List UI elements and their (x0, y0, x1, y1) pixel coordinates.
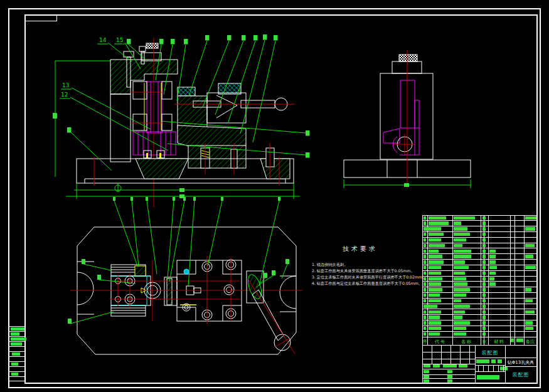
bom-cell-qty-block (482, 315, 486, 319)
bom-cell-note-block (525, 299, 533, 302)
bom-cell-qty-block (482, 321, 486, 324)
bom-cell-seq-block (424, 321, 426, 324)
bom-cell-seq-block (424, 288, 426, 291)
bom-cell-code-block (429, 299, 441, 302)
assembly-drawing: 14 15 13 12 技术要求 1. 锐边倒钝去毛刺。 2. 钻套工作面与夹具… (0, 0, 549, 392)
title-block-text-block (500, 367, 508, 371)
bom-cell-name-block (454, 255, 471, 258)
balloon-13: 13 (62, 82, 69, 88)
bom-cell-code-block (429, 255, 442, 258)
bom-header-code: 代 号 (434, 339, 445, 344)
bom-cell-code-block (429, 332, 440, 336)
title-block-text-block (491, 359, 496, 363)
strip-text-block (12, 352, 20, 356)
bom-cell-code-block (429, 294, 440, 297)
bom-cell-seq-block (424, 255, 426, 258)
strip-text-block (11, 363, 18, 366)
tech-req-title: 技术要求 (343, 245, 378, 252)
bom-header-name: 名 称 (461, 339, 471, 344)
bom-cell-note-block (525, 327, 533, 330)
bom-cell-material-block (489, 260, 496, 263)
bom-cell-seq-block (424, 260, 426, 263)
bom-cell-name-block (454, 221, 461, 225)
bom-cell-code-block (429, 244, 445, 247)
balloon-number-block (263, 34, 267, 40)
bom-cell-seq-block (424, 315, 426, 319)
drawing-type-label-2: 装配图 (513, 372, 530, 378)
bom-cell-name-block (454, 266, 469, 269)
strip-text-block (11, 342, 22, 346)
title-block-text-block (424, 379, 429, 383)
balloon-number-block (127, 39, 131, 45)
bom-cell-qty-block (482, 260, 486, 263)
title-block-text-block (498, 359, 502, 363)
bom-cell-name-block (454, 216, 475, 220)
balloon-12: 12 (61, 92, 68, 98)
balloon-number-block (253, 35, 258, 41)
bom-cell-code-block (429, 315, 440, 319)
title-block-text-block (447, 370, 452, 373)
balloon-number-block (272, 270, 275, 275)
bom-cell-seq-block (424, 244, 426, 247)
bom-cell-seq-block (424, 327, 426, 330)
balloon-number-block (193, 197, 196, 201)
bom-cell-name-block (454, 244, 462, 247)
bom-cell-qty-block (482, 294, 486, 297)
title-block-text-block (447, 375, 452, 378)
left-revision-strip (9, 326, 26, 381)
bom-cell-code-block (429, 288, 442, 291)
balloon-number-block (264, 273, 267, 278)
balloon-number-block (184, 39, 188, 45)
side-view (344, 50, 471, 188)
tech-req-item-2: 2. 钻套工作面与夹具体安装面垂直度误差不大于0.05mm。 (312, 268, 415, 273)
balloon-number-block (53, 114, 57, 119)
bom-cell-seq-block (424, 272, 426, 275)
bom-cell-qty-block (482, 221, 486, 225)
bom-cell-code-block (429, 272, 441, 275)
bom-cell-qty-block (482, 277, 486, 280)
balloon-number-block (221, 197, 223, 201)
cad-viewer-canvas: 14 15 13 12 技术要求 1. 锐边倒钝去毛刺。 2. 钻套工作面与夹具… (0, 0, 549, 392)
bom-cell-qty-block (482, 250, 486, 253)
title-block-text-block (433, 364, 440, 368)
bom-cell-qty-block (482, 282, 486, 285)
bom-cell-name-block (454, 233, 470, 236)
bom-cell-qty-block (482, 305, 486, 308)
bom-cell-seq-block (424, 277, 426, 280)
bom-cell-qty-block (482, 299, 486, 302)
bom-header-note: 备注 (526, 339, 535, 344)
strip-text-block (11, 327, 24, 331)
bom-header-qty: 数 (482, 339, 486, 344)
bom-cell-code-block (429, 266, 441, 269)
bom-cell-qty-block (482, 233, 486, 236)
bom-cell-seq-block (424, 310, 426, 314)
bom-cell-code-block (429, 238, 441, 241)
sheet-border (9, 9, 540, 388)
bom-cell-qty-block (482, 216, 486, 220)
bom-cell-qty-block (482, 255, 486, 258)
bom-cell-qty-block (482, 288, 486, 291)
bom-cell-name-block (454, 299, 461, 302)
balloon-number-block (67, 127, 72, 133)
balloon-number-block (285, 259, 289, 264)
balloon-number-block (274, 35, 278, 41)
bom-cell-material-block (489, 272, 496, 275)
bom-header-seq: 序 (423, 339, 427, 344)
bom-cell-name-block (454, 260, 465, 263)
balloon-number-block (404, 183, 409, 187)
bom-cell-code-block (429, 327, 441, 330)
balloon-number-block (306, 152, 310, 158)
bom-cell-note-block (525, 227, 535, 230)
bom-cell-name-block (454, 227, 467, 230)
bom-cell-name-block (454, 332, 466, 336)
balloon-number-block (179, 188, 184, 192)
bom-cell-seq-block (424, 266, 426, 269)
strip-text-block (11, 337, 26, 341)
title-block-text-block (477, 375, 499, 379)
part-name-label: 钻Φ13孔夹具 (507, 360, 534, 365)
bom-cell-material-block (489, 266, 497, 269)
bom-cell-code-block (429, 277, 442, 280)
balloon-number-block (131, 197, 133, 201)
bom-cell-qty-block (482, 244, 486, 247)
bom-cell-note-block (525, 288, 531, 291)
